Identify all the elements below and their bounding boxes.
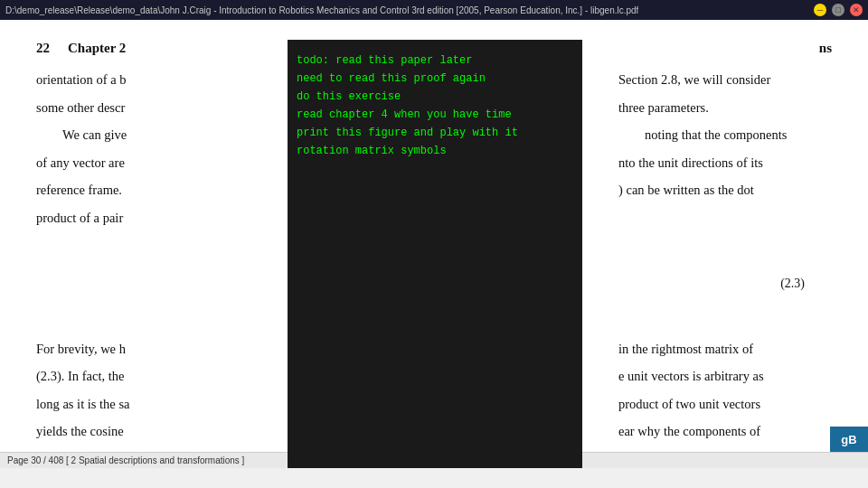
para3-left: We can give [62, 127, 127, 142]
para2-left: some other descr [36, 100, 125, 115]
para2-right: three parameters. [618, 100, 709, 115]
note-line-3: do this exercise [297, 89, 573, 105]
close-button[interactable]: ✕ [850, 4, 863, 16]
note-line-2: need to read this proof again [297, 70, 573, 87]
chapter-number: 22 [36, 38, 50, 59]
right-header: ns [819, 38, 832, 59]
dark-overlay: todo: read this paper later need to read… [288, 40, 582, 468]
pdf-viewer: 22 Chapter 2 ns orientation of a b Secti… [0, 20, 868, 468]
eq-number: (2.3) [780, 274, 805, 294]
lower-para1-left: For brevity, we h [36, 342, 126, 356]
note-line-1: todo: read this paper later [297, 52, 573, 69]
para5-right: ) can be written as the dot [618, 183, 754, 197]
minimize-button[interactable]: ─ [814, 4, 826, 16]
chapter-title: Chapter 2 [68, 38, 126, 59]
gb-badge: gB [830, 427, 868, 452]
para3-right: noting that the components [645, 127, 787, 142]
maximize-button[interactable]: □ [832, 4, 844, 16]
note-line-6: rotation matrix symbols [297, 143, 573, 159]
lower-para2-right: e unit vectors is arbitrary as [618, 369, 764, 383]
lower-para4-right: ear why the components of [618, 424, 760, 438]
para1-right: Section 2.8, we will consider [618, 72, 770, 87]
titlebar-title: D:\demo_release\Release\demo_data\John J… [5, 5, 638, 15]
lower-para3-left: long as it is the sa [36, 397, 130, 411]
lower-para3-right: product of two unit vectors [618, 397, 760, 411]
statusbar-text: Page 30 / 408 [ 2 Spatial descriptions a… [7, 455, 244, 465]
para4-left: of any vector are [36, 155, 125, 170]
para6-left: product of a pair [36, 211, 123, 225]
para1-left: orientation of a b [36, 72, 126, 87]
note-line-5: print this figure and play with it [297, 125, 573, 141]
titlebar-controls: ─ □ ✕ [814, 4, 863, 16]
lower-para2-left: (2.3). In fact, the [36, 369, 124, 383]
titlebar: D:\demo_release\Release\demo_data\John J… [0, 0, 868, 20]
note-line-4: read chapter 4 when you have time [297, 107, 573, 123]
para5-left: reference frame. [36, 183, 122, 197]
lower-para1-right: in the rightmost matrix of [618, 342, 753, 356]
lower-para4-left: yields the cosine [36, 424, 124, 438]
para4-right: nto the unit directions of its [618, 155, 763, 170]
